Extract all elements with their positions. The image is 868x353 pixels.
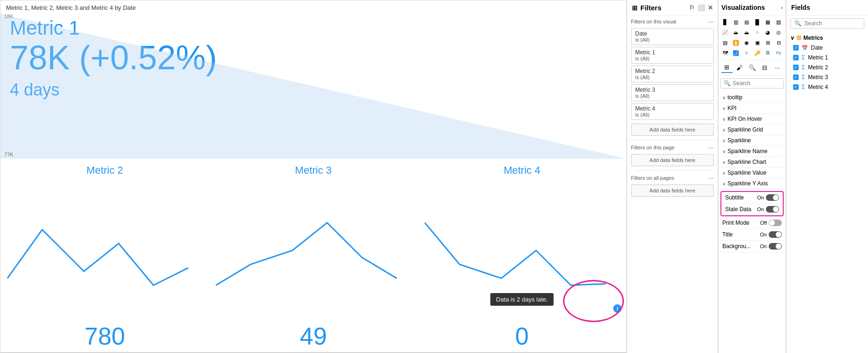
- field-checkbox[interactable]: ✓: [793, 55, 799, 60]
- field-sigma-icon: Σ: [801, 54, 805, 61]
- field-checkbox[interactable]: ✓: [793, 74, 799, 80]
- fields-item[interactable]: ✓📅Date: [789, 43, 865, 52]
- add-page-fields-btn[interactable]: Add data fields here: [631, 154, 714, 166]
- fields-search-box[interactable]: 🔍: [790, 18, 864, 29]
- viz-sections: ∨ tooltip ∨ KPI ∨ KPI On Hover ∨ Sparkli…: [719, 91, 786, 190]
- viz-py-icon[interactable]: Py: [774, 48, 783, 58]
- viz-table-icon[interactable]: ⊞: [763, 38, 772, 47]
- toggle-background-switch[interactable]: On: [760, 243, 782, 250]
- chart-title: Metric 1, Metric 2, Metric 3 and Metric …: [0, 0, 626, 12]
- metric4-label: Metric 4: [504, 164, 540, 176]
- fields-table-chevron: ∨: [790, 35, 794, 41]
- info-icon: i: [613, 304, 622, 313]
- viz-section-sparkline-chart-label: Sparkline Chart: [727, 159, 766, 165]
- sparklines-section: Metric 2 780 Metric 3 49 Metric 4 0 Data…: [0, 160, 626, 353]
- viz-bar100-icon[interactable]: ▤: [742, 17, 751, 27]
- field-checkbox[interactable]: ✓: [793, 84, 799, 90]
- filter-item[interactable]: Metric 4is (All): [631, 103, 714, 120]
- viz-section-sparkline-y-axis[interactable]: ∨ Sparkline Y Axis: [721, 178, 783, 189]
- filters-all-dots[interactable]: ···: [708, 174, 714, 182]
- viz-search-input[interactable]: [733, 80, 780, 87]
- filter-item[interactable]: Dateis (All): [631, 28, 714, 45]
- toggle-stale-data-knob[interactable]: [766, 206, 779, 213]
- toggle-title-knob[interactable]: [769, 231, 782, 238]
- viz-format-tab[interactable]: 🖌: [734, 62, 745, 73]
- viz-section-sparkline-chart[interactable]: ∨ Sparkline Chart: [721, 157, 783, 168]
- filter-item[interactable]: Metric 2is (All): [631, 66, 714, 82]
- filters-page-dots[interactable]: ···: [708, 144, 714, 151]
- viz-map-icon[interactable]: 🗺: [720, 48, 730, 58]
- toggle-subtitle-knob[interactable]: [766, 194, 779, 201]
- filter-icon: ⊞: [632, 4, 638, 12]
- toggle-title-switch[interactable]: On: [760, 231, 782, 238]
- viz-funnel-icon[interactable]: ⏫: [731, 38, 741, 47]
- viz-area-icon[interactable]: ⛰: [731, 28, 741, 37]
- fields-item[interactable]: ✓ΣMetric 1: [789, 52, 865, 62]
- fields-item[interactable]: ✓ΣMetric 2: [789, 62, 865, 72]
- viz-section-sparkline-grid[interactable]: ∨ Sparkline Grid: [721, 125, 783, 135]
- viz-filter2-tab[interactable]: ⊟: [759, 62, 771, 73]
- viz-section-kpi-label: KPI: [727, 105, 736, 111]
- pink-highlight-box: Subtitle On Stale Data On: [720, 191, 784, 216]
- filter-item[interactable]: Metric 1is (All): [631, 47, 714, 64]
- filter-close-icon[interactable]: ✕: [708, 4, 713, 11]
- filters-visual-dots[interactable]: ···: [708, 18, 714, 25]
- viz-col-icon[interactable]: █: [753, 17, 762, 27]
- viz-section-kpi-on-hover[interactable]: ∨ KPI On Hover: [721, 114, 783, 125]
- filters-panel: ⊞ Filters ⚐ ⬜ ✕ Filters on this visual ·…: [627, 0, 718, 353]
- field-sigma-icon: Σ: [801, 64, 805, 71]
- filter-expand-icon[interactable]: ⬜: [697, 4, 705, 11]
- viz-section-sparkline[interactable]: ∨ Sparkline: [721, 135, 783, 146]
- viz-scatter-icon[interactable]: ⁘: [753, 28, 762, 37]
- toggle-print-mode-switch[interactable]: Off: [760, 220, 782, 226]
- viz-section-sparkline-value[interactable]: ∨ Sparkline Value: [721, 168, 783, 178]
- toggle-subtitle-switch[interactable]: On: [757, 194, 779, 201]
- fields-item[interactable]: ✓ΣMetric 3: [789, 72, 865, 82]
- viz-card-icon[interactable]: ▣: [753, 38, 762, 47]
- viz-fields-tab[interactable]: ⊞: [721, 62, 733, 73]
- viz-donut-icon[interactable]: ◎: [774, 28, 783, 37]
- viz-stacked-bar-icon[interactable]: ▥: [731, 17, 741, 27]
- viz-section-sparkline-name-label: Sparkline Name: [727, 148, 767, 154]
- viz-line-icon[interactable]: 📈: [720, 28, 730, 37]
- viz-section-sparkline-grid-label: Sparkline Grid: [727, 126, 763, 133]
- visualizations-title: Visualizations: [721, 4, 765, 11]
- viz-more-tab[interactable]: ···: [772, 62, 783, 73]
- viz-analytics-tab[interactable]: 🔍: [747, 62, 758, 73]
- viz-expand-icon[interactable]: ›: [781, 5, 783, 10]
- viz-gauge-icon[interactable]: ◉: [742, 38, 751, 47]
- viz-r-icon[interactable]: R: [763, 48, 772, 58]
- toggle-print-mode-knob[interactable]: [769, 220, 782, 226]
- filters-title: Filters: [640, 4, 661, 12]
- viz-area-stacked-icon[interactable]: ⛰: [742, 28, 751, 37]
- viz-key-icon[interactable]: 🔑: [753, 48, 762, 58]
- viz-treemap-icon[interactable]: ▤: [720, 38, 730, 47]
- add-visual-fields-btn[interactable]: Add data fields here: [631, 124, 714, 136]
- viz-section-sparkline-name[interactable]: ∨ Sparkline Name: [721, 146, 783, 157]
- filters-section-all-label: Filters on all pages: [631, 175, 708, 181]
- viz-col100-icon[interactable]: ▧: [774, 17, 783, 27]
- field-checkbox[interactable]: ✓: [793, 65, 799, 70]
- viz-filled-map-icon[interactable]: 🗾: [731, 48, 741, 58]
- fields-search-input[interactable]: [804, 20, 860, 27]
- filter-item[interactable]: Metric 3is (All): [631, 84, 714, 101]
- field-checkbox[interactable]: ✓: [793, 45, 799, 51]
- fields-table-header[interactable]: ∨ ⊞ Metrics: [789, 32, 865, 43]
- viz-decomp-icon[interactable]: ⑂: [742, 48, 751, 58]
- viz-section-tooltip[interactable]: ∨ tooltip: [721, 92, 783, 103]
- viz-search-icon: 🔍: [724, 80, 731, 87]
- fields-table-section: ∨ ⊞ Metrics ✓📅Date✓ΣMetric 1✓ΣMetric 2✓Σ…: [786, 31, 868, 93]
- viz-matrix-icon[interactable]: ⊟: [774, 38, 783, 47]
- viz-stacked-col-icon[interactable]: ▦: [763, 17, 772, 27]
- kpi-on-hover-chevron-icon: ∨: [722, 117, 726, 122]
- toggle-stale-data-switch[interactable]: On: [757, 206, 779, 213]
- viz-pie-icon[interactable]: ◕: [763, 28, 772, 37]
- viz-section-kpi[interactable]: ∨ KPI: [721, 103, 783, 114]
- toggle-background-knob[interactable]: [769, 243, 782, 250]
- filters-section-page-label: Filters on this page: [631, 145, 708, 150]
- viz-search-box[interactable]: 🔍: [720, 78, 784, 88]
- viz-bar-icon[interactable]: ▊: [720, 17, 730, 27]
- add-all-fields-btn[interactable]: Add data fields here: [631, 184, 714, 197]
- filter-options-icon[interactable]: ⚐: [689, 4, 695, 11]
- fields-item[interactable]: ✓ΣMetric 4: [789, 82, 865, 92]
